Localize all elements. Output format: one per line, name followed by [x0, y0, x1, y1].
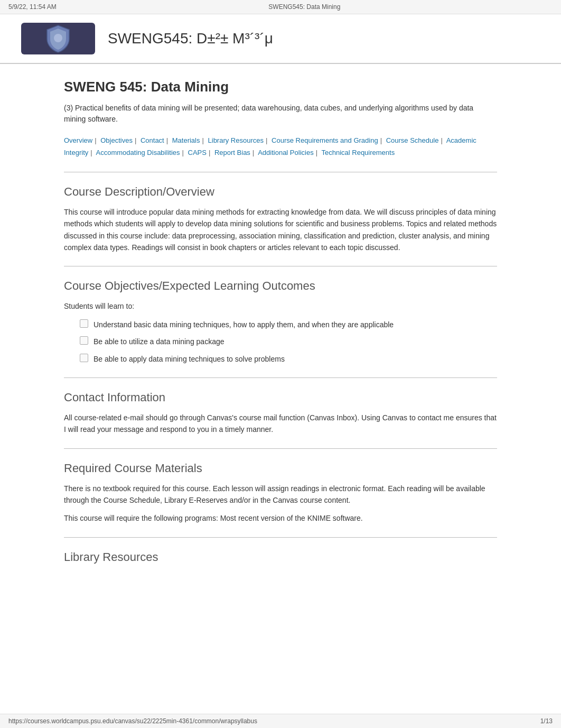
contact-content: All course-related e-mail should go thro… — [64, 412, 497, 436]
list-item: Be able to utilize a data mining package — [80, 336, 497, 347]
nav-library[interactable]: Library Resources — [208, 136, 264, 144]
svg-point-0 — [54, 34, 62, 42]
section-overview: Course Description/Overview This course … — [64, 185, 497, 254]
header-title: SWENG545: D±²± M³´³´μ — [108, 30, 273, 47]
materials-content: There is no textbook required for this c… — [64, 483, 497, 524]
section-materials: Required Course Materials There is no te… — [64, 462, 497, 524]
nav-caps[interactable]: CAPS — [188, 149, 207, 156]
section-contact: Contact Information All course-related e… — [64, 391, 497, 436]
nav-schedule[interactable]: Course Schedule — [386, 136, 439, 144]
nav-policies[interactable]: Additional Policies — [258, 149, 314, 156]
materials-heading: Required Course Materials — [64, 462, 497, 475]
nav-bias[interactable]: Report Bias — [214, 149, 250, 156]
materials-text-1: There is no textbook required for this c… — [64, 483, 497, 506]
objective-item-1: Understand basic data mining techniques,… — [94, 319, 394, 330]
divider-1 — [64, 172, 497, 172]
nav-objectives[interactable]: Objectives — [100, 136, 133, 144]
list-item: Be able to apply data mining techniques … — [80, 353, 497, 365]
course-title: SWENG 545: Data Mining — [64, 79, 497, 95]
divider-3 — [64, 377, 497, 378]
main-content: SWENG 545: Data Mining (3) Practical ben… — [43, 68, 518, 606]
divider-4 — [64, 448, 497, 449]
nav-links: Overview| Objectives| Contact| Materials… — [64, 134, 497, 159]
nav-contact[interactable]: Contact — [141, 136, 164, 144]
overview-text: This course will introduce popular data … — [64, 206, 497, 254]
overview-heading: Course Description/Overview — [64, 185, 497, 199]
timestamp: 5/9/22, 11:54 AM — [8, 3, 57, 11]
logo-shield-icon — [45, 24, 71, 53]
divider-5 — [64, 537, 497, 538]
list-item: Understand basic data mining techniques,… — [80, 319, 497, 330]
checkbox-icon-2 — [80, 336, 88, 345]
materials-text-2: This course will require the following p… — [64, 512, 497, 524]
nav-grading[interactable]: Course Requirements and Grading — [272, 136, 378, 144]
objective-item-3: Be able to apply data mining techniques … — [94, 353, 285, 365]
nav-materials[interactable]: Materials — [172, 136, 200, 144]
course-short-description: (3) Practical benefits of data mining wi… — [64, 103, 497, 125]
objectives-content: Students will learn to: Understand basic… — [64, 300, 497, 365]
section-library: Library Resources — [64, 550, 497, 564]
nav-overview[interactable]: Overview — [64, 136, 92, 144]
objectives-list: Understand basic data mining techniques,… — [64, 319, 497, 365]
nav-tech[interactable]: Technical Requirements — [321, 149, 395, 156]
page-header: SWENG545: D±²± M³´³´μ — [0, 14, 561, 64]
contact-heading: Contact Information — [64, 391, 497, 404]
objectives-intro: Students will learn to: — [64, 300, 497, 312]
logo-box — [21, 23, 95, 54]
tab-title: SWENG545: Data Mining — [268, 3, 340, 11]
browser-bar: 5/9/22, 11:54 AM SWENG545: Data Mining — [0, 0, 561, 14]
contact-text: All course-related e-mail should go thro… — [64, 412, 497, 436]
checkbox-icon-3 — [80, 354, 88, 362]
section-objectives: Course Objectives/Expected Learning Outc… — [64, 279, 497, 365]
divider-2 — [64, 266, 497, 266]
nav-disabilities[interactable]: Accommodating Disabilities — [96, 149, 180, 156]
objective-item-2: Be able to utilize a data mining package — [94, 336, 225, 347]
overview-content: This course will introduce popular data … — [64, 206, 497, 254]
checkbox-icon-1 — [80, 319, 88, 328]
objectives-heading: Course Objectives/Expected Learning Outc… — [64, 279, 497, 293]
library-heading: Library Resources — [64, 550, 497, 564]
